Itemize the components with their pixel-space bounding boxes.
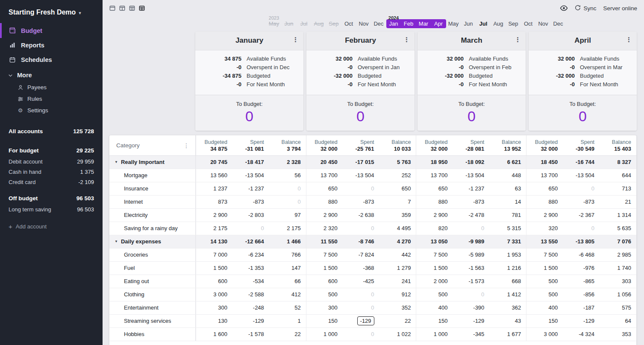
budget-cell[interactable]: 1 412 <box>489 288 526 301</box>
budget-cell[interactable]: 0 <box>343 328 379 341</box>
budget-cell[interactable]: -2 638 <box>343 209 379 222</box>
budget-cell[interactable]: 880 <box>526 196 563 208</box>
budget-cell[interactable]: 500 <box>526 275 563 288</box>
budget-cell[interactable]: 5 635 <box>600 222 636 235</box>
column-header-spent[interactable]: Spent-25 761 <box>343 135 379 155</box>
month-menu-icon[interactable]: ⋮ <box>292 36 299 44</box>
budget-cell[interactable]: 2 900 <box>306 209 343 222</box>
budget-cell[interactable]: 1 953 <box>489 249 526 261</box>
budget-cell[interactable]: 400 <box>526 301 563 314</box>
budget-cell[interactable]: 2 985 <box>600 249 636 261</box>
budget-cell[interactable]: 880 <box>416 196 453 208</box>
category-column-header[interactable]: Category ⋮ <box>109 135 196 155</box>
view-3-months-icon[interactable] <box>128 5 136 12</box>
budget-cell[interactable]: 43 <box>489 315 526 327</box>
column-header-spent[interactable]: Spent-31 081 <box>232 135 269 155</box>
budget-cell[interactable]: 6 621 <box>489 156 526 169</box>
to-budget-section[interactable]: To Budget: 0 <box>418 95 526 131</box>
month-nav-item-apr-11[interactable]: Apr <box>431 19 446 28</box>
budget-cell[interactable]: 8 327 <box>600 156 636 169</box>
month-nav-item-dec-19[interactable]: Dec <box>551 19 566 28</box>
budget-cell[interactable]: 241 <box>379 275 416 288</box>
budget-cell[interactable]: -1 237 <box>232 182 269 195</box>
month-menu-icon[interactable]: ⋮ <box>515 36 521 44</box>
budget-cell[interactable]: 400 <box>416 301 453 314</box>
budget-cell[interactable]: 1 237 <box>196 182 232 195</box>
budget-cell[interactable]: 912 <box>379 288 416 301</box>
budget-cell[interactable]: -12 664 <box>232 235 269 248</box>
budget-cell[interactable]: 0 <box>343 288 379 301</box>
budget-cell[interactable]: 0 <box>232 222 269 235</box>
category-name[interactable]: Electricity <box>109 209 196 222</box>
budget-cell[interactable]: 650 <box>379 182 416 195</box>
budget-cell[interactable]: 1 500 <box>416 262 453 275</box>
budget-cell[interactable]: 13 700 <box>416 169 453 182</box>
budget-cell[interactable]: 644 <box>600 169 636 182</box>
budget-cell[interactable]: 5 763 <box>379 156 416 169</box>
month-nav-item-jul-14[interactable]: Jul <box>476 19 491 28</box>
budget-cell[interactable]: 0 <box>453 288 489 301</box>
budget-cell[interactable]: -2 478 <box>453 209 489 222</box>
budget-cell[interactable]: -129 <box>343 315 379 327</box>
month-nav-item-sep-16[interactable]: Sep <box>506 19 521 28</box>
budget-cell[interactable]: 0 <box>343 301 379 314</box>
budget-cell[interactable]: -18 092 <box>453 156 489 169</box>
budget-cell[interactable]: -1 237 <box>453 182 489 195</box>
budget-cell[interactable]: 359 <box>379 209 416 222</box>
column-header-spent[interactable]: Spent-30 549 <box>563 135 600 155</box>
budget-cell[interactable]: 820 <box>416 222 453 235</box>
budget-cell[interactable]: 353 <box>600 328 636 341</box>
category-name[interactable]: Saving for a rainy day <box>109 222 196 235</box>
sidebar-item-credit-card[interactable]: Credit card -2 109 <box>0 177 103 187</box>
budget-cell[interactable]: -1 573 <box>453 275 489 288</box>
budget-cell[interactable]: 3 000 <box>196 288 232 301</box>
budget-cell[interactable]: -13 504 <box>232 169 269 182</box>
budget-cell[interactable]: 500 <box>306 288 343 301</box>
budget-cell[interactable]: 2 900 <box>416 209 453 222</box>
budget-cell[interactable]: 442 <box>379 249 416 261</box>
sidebar-item-all-accounts[interactable]: All accounts 125 728 <box>0 126 103 140</box>
budget-cell[interactable]: 500 <box>416 288 453 301</box>
month-nav-item-jun-13[interactable]: Jun <box>461 19 476 28</box>
budget-cell[interactable]: 7 000 <box>196 249 232 261</box>
budget-cell[interactable]: -248 <box>232 301 269 314</box>
budget-cell[interactable]: 0 <box>269 182 306 195</box>
budget-cell[interactable]: 14 <box>489 196 526 208</box>
budget-cell[interactable]: -6 234 <box>232 249 269 261</box>
budget-cell[interactable]: 1 000 <box>416 328 453 341</box>
column-header-budgeted[interactable]: Budgeted32 000 <box>416 135 453 155</box>
sidebar-item-long-term-saving[interactable]: Long term saving 96 503 <box>0 205 103 215</box>
budget-cell[interactable]: 13 700 <box>306 169 343 182</box>
month-menu-icon[interactable]: ⋮ <box>626 36 632 44</box>
budget-cell[interactable]: -5 989 <box>453 249 489 261</box>
budget-cell[interactable]: 7 500 <box>306 249 343 261</box>
budget-cell[interactable]: 1 <box>269 315 306 327</box>
budget-cell[interactable]: -1 563 <box>453 262 489 275</box>
budget-cell[interactable]: -13 805 <box>563 235 600 248</box>
budget-cell[interactable]: -129 <box>563 315 600 327</box>
column-header-balance[interactable]: Balance13 952 <box>489 135 526 155</box>
menu-dots-icon[interactable]: ⋮ <box>183 142 189 149</box>
budget-cell[interactable]: -865 <box>563 275 600 288</box>
budget-cell[interactable]: -2 803 <box>232 209 269 222</box>
budget-cell[interactable]: -2 588 <box>232 288 269 301</box>
budget-cell[interactable]: 2 328 <box>269 156 306 169</box>
privacy-eye-icon[interactable] <box>560 5 568 11</box>
budget-cell[interactable]: 448 <box>489 169 526 182</box>
server-status[interactable]: Server online <box>603 5 637 12</box>
budget-cell[interactable]: 0 <box>453 222 489 235</box>
sidebar-item-debit-account[interactable]: Debit account 29 959 <box>0 157 103 167</box>
budget-cell[interactable]: 1 500 <box>196 262 232 275</box>
budget-cell[interactable]: -18 417 <box>232 156 269 169</box>
budget-cell[interactable]: 2 175 <box>196 222 232 235</box>
category-name[interactable]: Eating out <box>109 275 196 288</box>
budget-cell[interactable]: -873 <box>563 196 600 208</box>
budget-cell[interactable]: -976 <box>563 262 600 275</box>
budget-cell[interactable]: 13 550 <box>526 235 563 248</box>
budget-cell[interactable]: 873 <box>196 196 232 208</box>
to-budget-section[interactable]: To Budget: 0 <box>529 95 637 131</box>
budget-cell[interactable]: 18 450 <box>526 156 563 169</box>
view-4-months-icon[interactable] <box>138 5 146 12</box>
month-nav-item-oct-17[interactable]: Oct <box>521 19 536 28</box>
collapse-arrow-icon[interactable]: ▼ <box>115 235 118 248</box>
